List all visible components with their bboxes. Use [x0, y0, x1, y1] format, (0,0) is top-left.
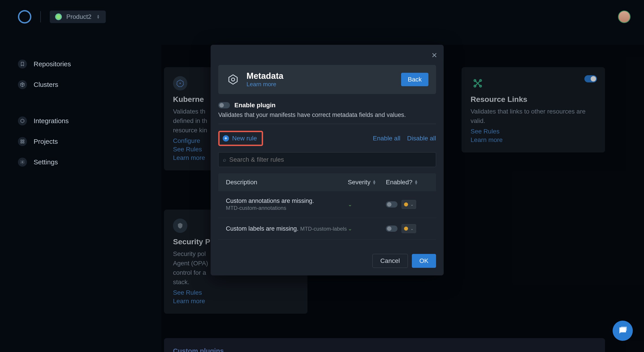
enable-plugin-toggle[interactable]: [218, 102, 230, 108]
app-logo-icon[interactable]: [18, 10, 31, 23]
svg-point-13: [232, 78, 234, 81]
rule-enable-toggle[interactable]: [386, 201, 398, 208]
sidebar-item-label: Repositories: [34, 60, 71, 68]
sidebar-item-integrations[interactable]: Integrations: [18, 111, 108, 131]
grid-icon: [18, 137, 27, 146]
svg-rect-1: [21, 140, 22, 141]
sidebar-item-label: Clusters: [34, 81, 58, 88]
chevron-down-icon[interactable]: ⌄: [348, 226, 352, 232]
enable-plugin-label: Enable plugin: [234, 102, 276, 109]
chat-icon: [618, 326, 628, 336]
column-severity[interactable]: Severity▲▼: [348, 179, 386, 186]
svg-rect-2: [23, 140, 24, 141]
cancel-button[interactable]: Cancel: [372, 254, 408, 268]
gear-icon: [18, 158, 27, 167]
chevron-updown-icon: ▲▼: [96, 14, 100, 19]
sidebar-item-repositories[interactable]: Repositories: [18, 54, 108, 74]
sidebar-item-label: Settings: [34, 158, 58, 166]
top-bar: Product2 ▲▼: [0, 0, 644, 22]
new-rule-button[interactable]: + New rule: [218, 131, 263, 146]
modal-description: Validates that your manifests have corre…: [218, 111, 436, 118]
rule-id: MTD-custom-labels: [300, 226, 347, 232]
table-header: Description Severity▲▼ Enabled?▲▼: [218, 173, 436, 191]
user-avatar[interactable]: [618, 10, 630, 23]
rule-title: Custom annotations are missing.: [226, 198, 314, 204]
modal-title: Metadata: [246, 71, 395, 81]
new-rule-label: New rule: [232, 135, 257, 142]
svg-rect-4: [23, 142, 24, 143]
close-icon[interactable]: ✕: [431, 51, 438, 59]
chevron-down-icon: ⌄: [410, 226, 414, 231]
divider: [40, 11, 41, 22]
severity-selector[interactable]: ⌄: [402, 200, 416, 209]
sidebar-item-label: Projects: [34, 138, 58, 145]
sidebar: Repositories Clusters Integrations Proje…: [18, 54, 108, 172]
table-row: Custom annotations are missing. MTD-cust…: [218, 191, 436, 218]
rules-table: Description Severity▲▼ Enabled?▲▼ Custom…: [218, 173, 436, 240]
product-color-dot-icon: [55, 13, 62, 20]
column-description[interactable]: Description: [226, 179, 348, 186]
learn-more-link[interactable]: Learn more: [246, 81, 276, 87]
sort-icon: ▲▼: [414, 180, 418, 185]
plus-icon: +: [223, 135, 229, 141]
modal-footer: Cancel OK: [211, 247, 444, 275]
rule-enable-toggle[interactable]: [386, 226, 398, 232]
search-field[interactable]: [229, 156, 431, 163]
chat-widget-button[interactable]: [613, 321, 633, 341]
topbar-left: Product2 ▲▼: [18, 10, 106, 23]
main-content: Kuberne Validates th defined in th resou…: [161, 45, 644, 352]
severity-dot-icon: [404, 202, 408, 206]
chevron-down-icon: ⌄: [410, 202, 414, 207]
sidebar-item-settings[interactable]: Settings: [18, 152, 108, 172]
search-icon: ⌕: [223, 157, 226, 163]
modal-header: Metadata Learn more Back: [218, 65, 436, 94]
svg-rect-3: [21, 142, 22, 143]
metadata-modal: ✕ Metadata Learn more Back Enable plugin…: [211, 45, 444, 275]
enable-plugin-row: Enable plugin: [218, 102, 436, 109]
svg-marker-12: [229, 75, 237, 84]
product-selector[interactable]: Product2 ▲▼: [50, 10, 106, 23]
bookmark-icon: [18, 59, 27, 68]
severity-dot-icon: [404, 227, 408, 231]
column-enabled[interactable]: Enabled?▲▼: [386, 179, 428, 186]
search-rules-input[interactable]: ⌕: [218, 152, 436, 167]
product-name: Product2: [66, 13, 92, 20]
cube-icon: [18, 80, 27, 89]
hexagon-icon: [18, 116, 27, 125]
sort-icon: ▲▼: [372, 180, 376, 185]
svg-point-5: [22, 161, 23, 163]
chevron-down-icon[interactable]: ⌄: [348, 201, 352, 208]
sidebar-item-clusters[interactable]: Clusters: [18, 74, 108, 95]
sidebar-item-label: Integrations: [34, 117, 69, 125]
disable-all-link[interactable]: Disable all: [407, 135, 436, 142]
rule-id: MTD-custom-annotations: [226, 205, 286, 211]
rule-title: Custom labels are missing.: [226, 225, 298, 232]
table-row: Custom labels are missing. MTD-custom-la…: [218, 218, 436, 240]
metadata-plugin-icon: [226, 72, 240, 87]
back-button[interactable]: Back: [401, 73, 428, 86]
svg-marker-0: [21, 119, 24, 123]
enable-all-link[interactable]: Enable all: [373, 135, 400, 142]
severity-selector[interactable]: ⌄: [402, 224, 416, 233]
ok-button[interactable]: OK: [412, 254, 436, 268]
sidebar-item-projects[interactable]: Projects: [18, 131, 108, 152]
